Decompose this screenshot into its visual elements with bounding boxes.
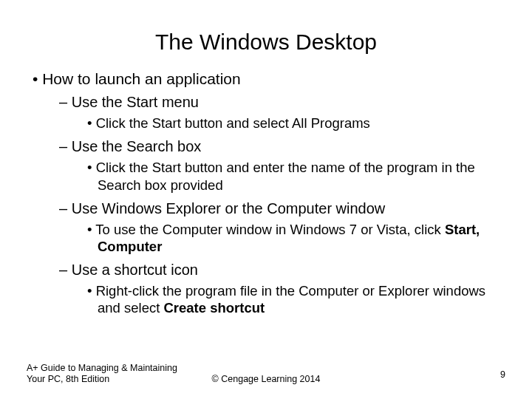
slide: The Windows Desktop How to launch an app… [0, 0, 532, 399]
bullet-level3: Click the Start button and select All Pr… [27, 115, 505, 132]
bullet-level3: Right-click the program file in the Comp… [27, 282, 505, 316]
bullet-level2: Use the Search box [27, 137, 505, 156]
page-number: 9 [500, 369, 505, 380]
bold-text: Create shortcut [163, 300, 265, 316]
slide-title: The Windows Desktop [27, 30, 505, 55]
bullet-level2: Use Windows Explorer or the Computer win… [27, 200, 505, 218]
footer-source-line1: A+ Guide to Managing & Maintaining [27, 363, 177, 373]
bullet-level3: Click the Start button and enter the nam… [27, 159, 505, 193]
bullet-level1: How to launch an application [27, 69, 505, 89]
bullet-level2: Use the Start menu [27, 93, 505, 112]
bullet-text: Right-click the program file in the Comp… [96, 283, 485, 316]
bullet-level2: Use a shortcut icon [27, 261, 505, 279]
bullet-level3: To use the Computer window in Windows 7 … [27, 221, 505, 255]
footer-copyright: © Cengage Learning 2014 [0, 374, 532, 384]
bullet-text: To use the Computer window in Windows 7 … [95, 222, 445, 237]
slide-content: How to launch an application Use the Sta… [27, 69, 505, 316]
